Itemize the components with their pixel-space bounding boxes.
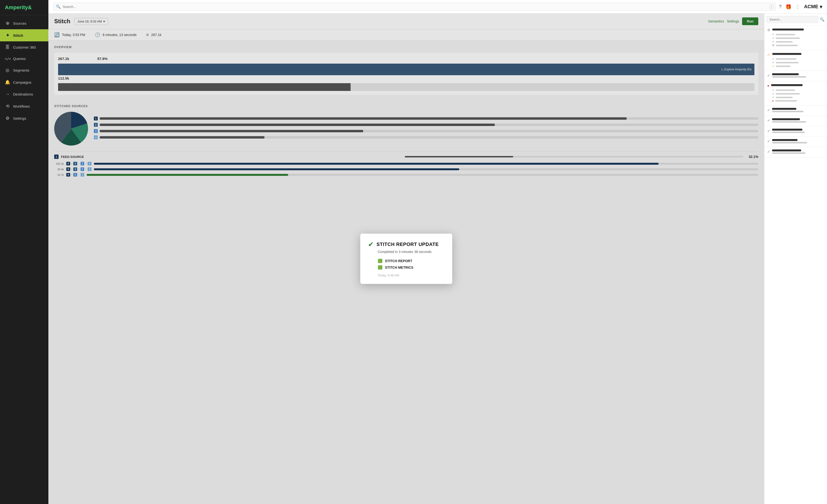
search-icon: 🔍 — [56, 4, 61, 9]
sidebar-item-destinations[interactable]: → Destinations — [0, 88, 48, 100]
slash-icon: / — [770, 5, 773, 9]
check-icon: ✓ — [767, 73, 770, 78]
popup-check-icon: ✔ — [368, 240, 374, 248]
check-icon: ✓ — [767, 150, 770, 154]
error-icon: ● — [767, 84, 769, 88]
sidebar-item-label: Campaigns — [13, 80, 32, 85]
popup-item-1: 🟩 STITCH REPORT — [378, 258, 444, 264]
sources-icon: ⊕ — [5, 20, 10, 26]
customer360-icon: 🗄 — [5, 45, 10, 50]
search-input[interactable] — [63, 5, 768, 9]
sidebar-item-label: Destinations — [13, 92, 33, 96]
main-panel: Stitch June 19, 9:32 AM ▾ Semantics Sett… — [48, 13, 764, 504]
right-panel-item[interactable]: ✓ — [764, 137, 827, 147]
settings-icon: ⚙ — [5, 116, 10, 121]
sidebar-item-customer360[interactable]: 🗄 Customer 360 — [0, 41, 48, 53]
right-panel-item[interactable]: ✓ — [764, 105, 827, 116]
topbar-actions: ? 🎁 ⋮ ACME ▾ — [779, 4, 822, 10]
sidebar-item-sources[interactable]: ⊕ Sources — [0, 17, 48, 29]
popup-header: ✔ STITCH REPORT UPDATE — [368, 240, 444, 248]
sidebar-item-label: Stitch — [13, 33, 23, 38]
sidebar-item-settings[interactable]: ⚙ Settings — [0, 112, 48, 124]
segments-icon: ◎ — [5, 67, 10, 73]
sidebar-item-workflows[interactable]: ⟲ Workflows — [0, 100, 48, 112]
popup-items: 🟩 STITCH REPORT 🟩 STITCH METRICS — [368, 258, 444, 270]
notification-popup: ✔ STITCH REPORT UPDATE Completed in 3 mi… — [360, 234, 452, 284]
loading-icon: ⚙ — [767, 28, 770, 32]
check-icon: ✓ — [767, 118, 770, 122]
right-panel: 🔍 ⚙ ✓ ✓ ✓ ⚙ ⚠ — [764, 13, 827, 504]
brand-name[interactable]: ACME ▾ — [804, 4, 822, 10]
search-icon: 🔍 — [820, 17, 825, 22]
stitch-icon: ✦ — [5, 33, 10, 38]
popup-subtitle: Completed in 3 minutes 38 seconds — [378, 250, 444, 254]
sidebar-item-campaigns[interactable]: 🔔 Campaigns — [0, 76, 48, 88]
right-panel-item[interactable]: ✓ — [764, 147, 827, 157]
popup-item-label: STITCH METRICS — [385, 265, 413, 269]
right-panel-item[interactable]: ✓ — [764, 126, 827, 137]
sidebar-item-label: Queries — [13, 57, 26, 61]
popup-item-2: 🟩 STITCH METRICS — [378, 264, 444, 270]
sidebar-item-label: Settings — [13, 116, 26, 120]
sidebar-item-queries[interactable]: </> Queries — [0, 53, 48, 64]
help-icon[interactable]: ? — [779, 4, 781, 9]
right-panel-item[interactable]: ⚠ ✓ ✓ ⚠ — [764, 50, 827, 71]
sidebar: Amperity& ⊕ Sources ✦ Stitch 🗄 Customer … — [0, 0, 48, 504]
notification-overlay[interactable]: ✔ STITCH REPORT UPDATE Completed in 3 mi… — [48, 13, 764, 504]
destinations-icon: → — [5, 92, 10, 97]
campaigns-icon: 🔔 — [5, 80, 10, 85]
sidebar-item-label: Segments — [13, 68, 30, 72]
table-icon: 🟩 — [378, 258, 383, 263]
sidebar-item-stitch[interactable]: ✦ Stitch — [0, 29, 48, 41]
right-panel-item[interactable]: ⚙ ✓ ✓ ✓ ⚙ — [764, 26, 827, 50]
right-panel-search: 🔍 — [764, 13, 827, 26]
main-container: 🔍 / ? 🎁 ⋮ ACME ▾ Stitch June 19, 9:32 AM… — [48, 0, 827, 504]
sidebar-item-label: Workflows — [13, 104, 30, 108]
popup-title: STITCH REPORT UPDATE — [377, 242, 439, 247]
sidebar-nav: ⊕ Sources ✦ Stitch 🗄 Customer 360 </> Qu… — [0, 15, 48, 504]
topbar: 🔍 / ? 🎁 ⋮ ACME ▾ — [48, 0, 827, 13]
right-panel-item[interactable]: ✓ — [764, 116, 827, 126]
check-icon: ✓ — [767, 129, 770, 133]
check-icon: ✓ — [767, 108, 770, 112]
right-panel-item[interactable]: ● ✓ ✓ ✓ ● — [764, 81, 827, 105]
right-panel-item[interactable]: ✓ — [764, 71, 827, 81]
sidebar-item-label: Customer 360 — [13, 45, 36, 49]
right-panel-search-input[interactable] — [767, 16, 818, 23]
search-bar[interactable]: 🔍 / — [53, 3, 776, 11]
logo: Amperity& — [0, 0, 48, 15]
popup-item-label: STITCH REPORT — [385, 259, 412, 263]
table-icon-2: 🟩 — [378, 265, 383, 270]
workflows-icon: ⟲ — [5, 103, 10, 109]
content-wrapper: Stitch June 19, 9:32 AM ▾ Semantics Sett… — [48, 13, 827, 504]
warning-icon: ⚠ — [767, 52, 770, 56]
popup-time: Today, 6:48 AM — [378, 273, 444, 277]
sidebar-item-segments[interactable]: ◎ Segments — [0, 64, 48, 76]
gift-icon[interactable]: 🎁 — [785, 4, 791, 10]
more-icon[interactable]: ⋮ — [795, 4, 800, 10]
check-icon: ✓ — [767, 139, 770, 143]
queries-icon: </> — [5, 57, 10, 61]
sidebar-item-label: Sources — [13, 21, 27, 26]
